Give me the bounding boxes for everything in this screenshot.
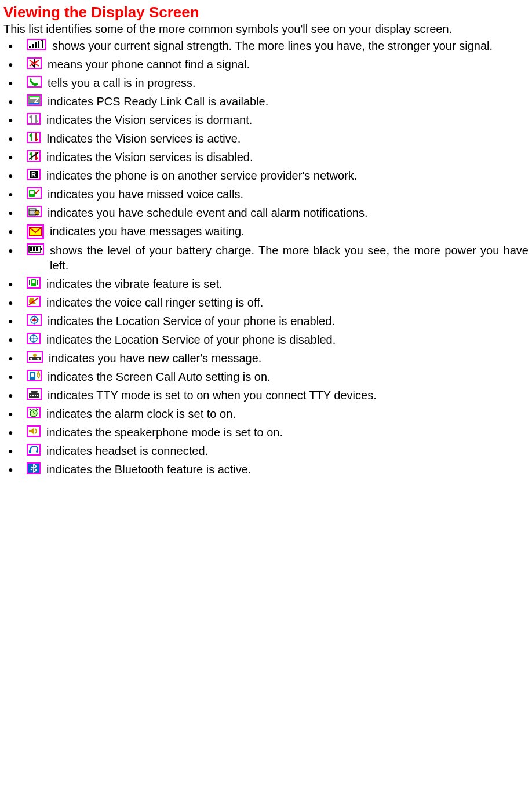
no-signal-icon — [27, 57, 42, 69]
bullet: ● — [8, 243, 27, 256]
list-item: ● indicates the Bluetooth feature is act… — [8, 462, 529, 477]
list-item: ● indicates the speakerphone mode is set… — [8, 425, 529, 440]
item-text: shows the level of your battery charge. … — [50, 243, 529, 273]
vibrate-icon — [27, 277, 41, 289]
bullet: ● — [8, 57, 27, 70]
svg-rect-58 — [33, 247, 35, 251]
list-item: ● R indicates the phone is on another se… — [8, 168, 529, 183]
svg-rect-94 — [32, 395, 34, 396]
bullet: ● — [8, 112, 27, 125]
svg-rect-95 — [35, 395, 36, 396]
item-text: indicates the Vision services is disable… — [46, 150, 529, 165]
item-text: indicates the Bluetooth feature is activ… — [46, 462, 529, 477]
list-item: ● indicates you have schedule event and … — [8, 205, 529, 220]
bullet: ● — [8, 276, 27, 289]
list-item: ● indicates you have new caller's messag… — [8, 351, 529, 366]
item-text: indicates you have missed voice calls. — [48, 187, 529, 202]
item-text: indicates the speakerphone mode is set t… — [46, 425, 529, 440]
list-item: ● indicates TTY mode is set to on when y… — [8, 388, 529, 403]
messages-waiting-icon — [27, 224, 44, 239]
list-item: ● indicates the Location Service of your… — [8, 332, 529, 347]
bullet: ● — [8, 150, 27, 162]
bullet: ● — [8, 369, 27, 382]
item-text: indicates the phone is on another servic… — [46, 168, 529, 183]
svg-rect-59 — [36, 247, 38, 251]
bullet: ● — [8, 462, 27, 475]
battery-icon — [27, 243, 44, 255]
bullet: ● — [8, 94, 27, 107]
list-item: ● indicates PCS Ready Link Call is avail… — [8, 94, 529, 109]
svg-rect-56 — [41, 248, 42, 250]
svg-rect-4 — [35, 42, 37, 48]
svg-rect-63 — [32, 280, 35, 283]
bullet: ● — [8, 205, 27, 218]
item-text: indicates you have new caller's message. — [49, 351, 529, 366]
list-item: ● indicates headset is connected. — [8, 443, 529, 458]
call-in-progress-icon — [27, 76, 42, 88]
bullet: ● — [8, 168, 27, 181]
vision-dormant-icon — [27, 113, 41, 125]
alarm-clock-icon — [27, 407, 41, 418]
bullet: ● — [8, 443, 27, 456]
item-text: indicates the Location Service of your p… — [48, 314, 529, 329]
svg-rect-96 — [37, 395, 38, 396]
missed-call-icon — [27, 187, 42, 199]
svg-point-49 — [35, 210, 39, 215]
page-title: Viewing the Display Screen — [3, 3, 529, 21]
svg-rect-2 — [29, 46, 31, 48]
ringer-off-icon — [27, 296, 41, 307]
bullet: ● — [8, 332, 27, 345]
list-item: ● tells you a call is in progress. — [8, 75, 529, 90]
svg-rect-42 — [30, 191, 34, 194]
bullet: ● — [8, 38, 27, 51]
list-item: ● shows the level of your battery charge… — [8, 243, 529, 273]
ready-link-icon — [27, 94, 42, 106]
list-item: ● indicates the Screen Call Auto setting… — [8, 369, 529, 384]
bullet: ● — [8, 388, 27, 400]
item-text: indicates the voice call ringer setting … — [46, 295, 529, 310]
list-item: ● indicates you have missed voice calls. — [8, 187, 529, 202]
bullet: ● — [8, 295, 27, 308]
item-text: tells you a call is in progress. — [48, 75, 529, 90]
roaming-icon: R — [27, 169, 41, 180]
item-text: indicates the Screen Call Auto setting i… — [48, 369, 529, 384]
item-text: indicates TTY mode is set to on when you… — [48, 388, 529, 403]
list-item: ● indicates the Vision services is dorma… — [8, 112, 529, 127]
list-item: ● shows your current signal strength. Th… — [8, 38, 529, 53]
svg-point-85 — [33, 354, 37, 357]
vision-active-icon — [27, 132, 41, 143]
svg-rect-97 — [31, 391, 38, 393]
bullet: ● — [8, 425, 27, 438]
item-text: shows your current signal strength. The … — [52, 38, 529, 53]
svg-rect-57 — [30, 247, 32, 251]
item-text: indicates you have messages waiting. — [50, 224, 529, 239]
list-item: ● indicates the Vision services is disab… — [8, 150, 529, 165]
bullet: ● — [8, 131, 27, 144]
list-item: ● indicates the voice call ringer settin… — [8, 295, 529, 310]
bullet: ● — [8, 75, 27, 88]
bluetooth-icon — [27, 462, 41, 474]
list-item: ● Indicates the Vision services is activ… — [8, 131, 529, 146]
svg-point-84 — [37, 358, 39, 360]
tty-icon — [27, 388, 42, 400]
svg-rect-93 — [30, 395, 31, 396]
item-text: indicates you have schedule event and ca… — [48, 205, 529, 220]
icon-description-list: ● shows your current signal strength. Th… — [3, 38, 529, 477]
intro-text: This list identifies some of the more co… — [3, 23, 529, 36]
svg-rect-5 — [38, 41, 39, 48]
svg-point-111 — [36, 450, 38, 453]
speakerphone-icon — [27, 425, 41, 437]
vision-disabled-icon — [27, 150, 41, 162]
screen-call-auto-icon — [27, 370, 42, 381]
svg-rect-110 — [29, 450, 31, 453]
svg-point-83 — [30, 358, 32, 360]
item-text: indicates PCS Ready Link Call is availab… — [48, 94, 529, 109]
svg-rect-17 — [28, 114, 39, 123]
bullet: ● — [8, 314, 27, 326]
bullet: ● — [8, 187, 27, 199]
item-text: indicates the Vision services is dormant… — [46, 112, 529, 127]
new-caller-message-icon — [27, 351, 43, 363]
item-text: indicates the Location Service of your p… — [46, 332, 529, 347]
bullet: ● — [8, 224, 27, 236]
svg-rect-89 — [31, 373, 34, 377]
